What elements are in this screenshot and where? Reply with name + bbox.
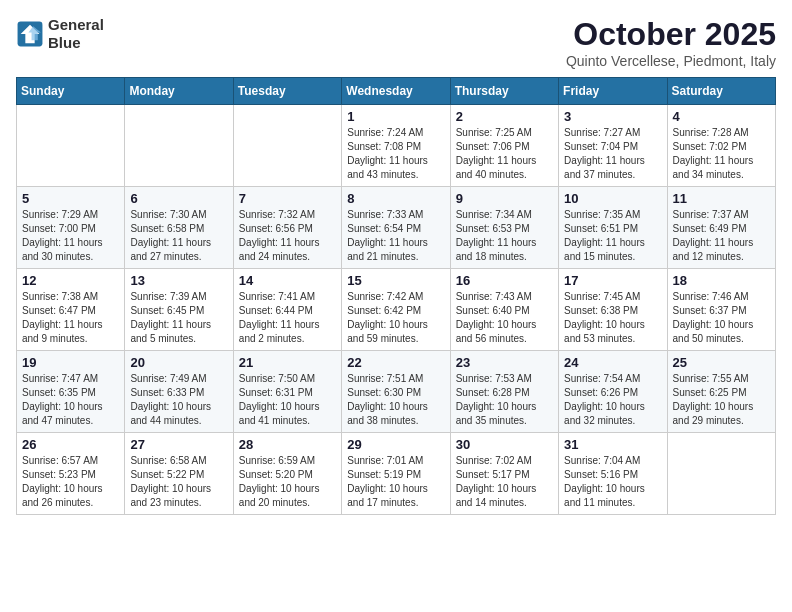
day-number: 23: [456, 355, 553, 370]
day-cell: 16Sunrise: 7:43 AM Sunset: 6:40 PM Dayli…: [450, 269, 558, 351]
day-number: 22: [347, 355, 444, 370]
day-cell: 17Sunrise: 7:45 AM Sunset: 6:38 PM Dayli…: [559, 269, 667, 351]
day-cell: 29Sunrise: 7:01 AM Sunset: 5:19 PM Dayli…: [342, 433, 450, 515]
day-info: Sunrise: 7:27 AM Sunset: 7:04 PM Dayligh…: [564, 126, 661, 182]
day-info: Sunrise: 7:04 AM Sunset: 5:16 PM Dayligh…: [564, 454, 661, 510]
day-cell: 5Sunrise: 7:29 AM Sunset: 7:00 PM Daylig…: [17, 187, 125, 269]
day-cell: 13Sunrise: 7:39 AM Sunset: 6:45 PM Dayli…: [125, 269, 233, 351]
week-row-1: 1Sunrise: 7:24 AM Sunset: 7:08 PM Daylig…: [17, 105, 776, 187]
day-info: Sunrise: 7:02 AM Sunset: 5:17 PM Dayligh…: [456, 454, 553, 510]
day-info: Sunrise: 7:49 AM Sunset: 6:33 PM Dayligh…: [130, 372, 227, 428]
day-info: Sunrise: 7:51 AM Sunset: 6:30 PM Dayligh…: [347, 372, 444, 428]
day-number: 27: [130, 437, 227, 452]
day-cell: 11Sunrise: 7:37 AM Sunset: 6:49 PM Dayli…: [667, 187, 775, 269]
day-number: 17: [564, 273, 661, 288]
weekday-header-saturday: Saturday: [667, 78, 775, 105]
day-number: 28: [239, 437, 336, 452]
day-cell: 31Sunrise: 7:04 AM Sunset: 5:16 PM Dayli…: [559, 433, 667, 515]
weekday-header-wednesday: Wednesday: [342, 78, 450, 105]
day-number: 9: [456, 191, 553, 206]
day-cell: 18Sunrise: 7:46 AM Sunset: 6:37 PM Dayli…: [667, 269, 775, 351]
day-info: Sunrise: 7:37 AM Sunset: 6:49 PM Dayligh…: [673, 208, 770, 264]
day-info: Sunrise: 7:46 AM Sunset: 6:37 PM Dayligh…: [673, 290, 770, 346]
day-info: Sunrise: 7:33 AM Sunset: 6:54 PM Dayligh…: [347, 208, 444, 264]
weekday-header-friday: Friday: [559, 78, 667, 105]
day-number: 14: [239, 273, 336, 288]
day-info: Sunrise: 7:45 AM Sunset: 6:38 PM Dayligh…: [564, 290, 661, 346]
week-row-2: 5Sunrise: 7:29 AM Sunset: 7:00 PM Daylig…: [17, 187, 776, 269]
day-number: 18: [673, 273, 770, 288]
weekday-header-sunday: Sunday: [17, 78, 125, 105]
week-row-3: 12Sunrise: 7:38 AM Sunset: 6:47 PM Dayli…: [17, 269, 776, 351]
day-info: Sunrise: 7:01 AM Sunset: 5:19 PM Dayligh…: [347, 454, 444, 510]
day-cell: 23Sunrise: 7:53 AM Sunset: 6:28 PM Dayli…: [450, 351, 558, 433]
logo-line1: General: [48, 16, 104, 34]
day-info: Sunrise: 7:30 AM Sunset: 6:58 PM Dayligh…: [130, 208, 227, 264]
day-info: Sunrise: 7:35 AM Sunset: 6:51 PM Dayligh…: [564, 208, 661, 264]
day-number: 11: [673, 191, 770, 206]
day-info: Sunrise: 7:25 AM Sunset: 7:06 PM Dayligh…: [456, 126, 553, 182]
day-cell: 21Sunrise: 7:50 AM Sunset: 6:31 PM Dayli…: [233, 351, 341, 433]
day-number: 12: [22, 273, 119, 288]
day-number: 29: [347, 437, 444, 452]
day-number: 13: [130, 273, 227, 288]
day-number: 6: [130, 191, 227, 206]
day-info: Sunrise: 7:50 AM Sunset: 6:31 PM Dayligh…: [239, 372, 336, 428]
day-cell: 8Sunrise: 7:33 AM Sunset: 6:54 PM Daylig…: [342, 187, 450, 269]
day-cell: [17, 105, 125, 187]
logo-icon: [16, 20, 44, 48]
day-cell: 20Sunrise: 7:49 AM Sunset: 6:33 PM Dayli…: [125, 351, 233, 433]
day-number: 4: [673, 109, 770, 124]
day-number: 1: [347, 109, 444, 124]
day-cell: 12Sunrise: 7:38 AM Sunset: 6:47 PM Dayli…: [17, 269, 125, 351]
day-number: 26: [22, 437, 119, 452]
day-info: Sunrise: 7:39 AM Sunset: 6:45 PM Dayligh…: [130, 290, 227, 346]
day-cell: 10Sunrise: 7:35 AM Sunset: 6:51 PM Dayli…: [559, 187, 667, 269]
day-info: Sunrise: 7:53 AM Sunset: 6:28 PM Dayligh…: [456, 372, 553, 428]
weekday-header-thursday: Thursday: [450, 78, 558, 105]
day-cell: 3Sunrise: 7:27 AM Sunset: 7:04 PM Daylig…: [559, 105, 667, 187]
day-info: Sunrise: 7:42 AM Sunset: 6:42 PM Dayligh…: [347, 290, 444, 346]
day-number: 15: [347, 273, 444, 288]
day-cell: 2Sunrise: 7:25 AM Sunset: 7:06 PM Daylig…: [450, 105, 558, 187]
calendar-table: SundayMondayTuesdayWednesdayThursdayFrid…: [16, 77, 776, 515]
day-info: Sunrise: 7:38 AM Sunset: 6:47 PM Dayligh…: [22, 290, 119, 346]
day-info: Sunrise: 7:28 AM Sunset: 7:02 PM Dayligh…: [673, 126, 770, 182]
day-cell: 24Sunrise: 7:54 AM Sunset: 6:26 PM Dayli…: [559, 351, 667, 433]
title-block: October 2025 Quinto Vercellese, Piedmont…: [566, 16, 776, 69]
day-cell: 4Sunrise: 7:28 AM Sunset: 7:02 PM Daylig…: [667, 105, 775, 187]
day-number: 8: [347, 191, 444, 206]
day-info: Sunrise: 7:34 AM Sunset: 6:53 PM Dayligh…: [456, 208, 553, 264]
logo-line2: Blue: [48, 34, 104, 52]
day-cell: 15Sunrise: 7:42 AM Sunset: 6:42 PM Dayli…: [342, 269, 450, 351]
day-info: Sunrise: 6:59 AM Sunset: 5:20 PM Dayligh…: [239, 454, 336, 510]
day-cell: 25Sunrise: 7:55 AM Sunset: 6:25 PM Dayli…: [667, 351, 775, 433]
day-info: Sunrise: 7:47 AM Sunset: 6:35 PM Dayligh…: [22, 372, 119, 428]
month-title: October 2025: [566, 16, 776, 53]
weekday-header-monday: Monday: [125, 78, 233, 105]
day-number: 25: [673, 355, 770, 370]
day-cell: [667, 433, 775, 515]
day-cell: [125, 105, 233, 187]
weekday-header-row: SundayMondayTuesdayWednesdayThursdayFrid…: [17, 78, 776, 105]
day-info: Sunrise: 7:24 AM Sunset: 7:08 PM Dayligh…: [347, 126, 444, 182]
day-number: 16: [456, 273, 553, 288]
day-cell: 14Sunrise: 7:41 AM Sunset: 6:44 PM Dayli…: [233, 269, 341, 351]
day-cell: 1Sunrise: 7:24 AM Sunset: 7:08 PM Daylig…: [342, 105, 450, 187]
day-cell: 9Sunrise: 7:34 AM Sunset: 6:53 PM Daylig…: [450, 187, 558, 269]
day-number: 10: [564, 191, 661, 206]
day-info: Sunrise: 6:57 AM Sunset: 5:23 PM Dayligh…: [22, 454, 119, 510]
week-row-4: 19Sunrise: 7:47 AM Sunset: 6:35 PM Dayli…: [17, 351, 776, 433]
day-number: 2: [456, 109, 553, 124]
day-info: Sunrise: 7:41 AM Sunset: 6:44 PM Dayligh…: [239, 290, 336, 346]
weekday-header-tuesday: Tuesday: [233, 78, 341, 105]
day-info: Sunrise: 7:54 AM Sunset: 6:26 PM Dayligh…: [564, 372, 661, 428]
day-cell: 28Sunrise: 6:59 AM Sunset: 5:20 PM Dayli…: [233, 433, 341, 515]
day-info: Sunrise: 7:55 AM Sunset: 6:25 PM Dayligh…: [673, 372, 770, 428]
day-cell: 30Sunrise: 7:02 AM Sunset: 5:17 PM Dayli…: [450, 433, 558, 515]
day-number: 31: [564, 437, 661, 452]
day-number: 7: [239, 191, 336, 206]
day-number: 20: [130, 355, 227, 370]
day-number: 5: [22, 191, 119, 206]
day-info: Sunrise: 6:58 AM Sunset: 5:22 PM Dayligh…: [130, 454, 227, 510]
